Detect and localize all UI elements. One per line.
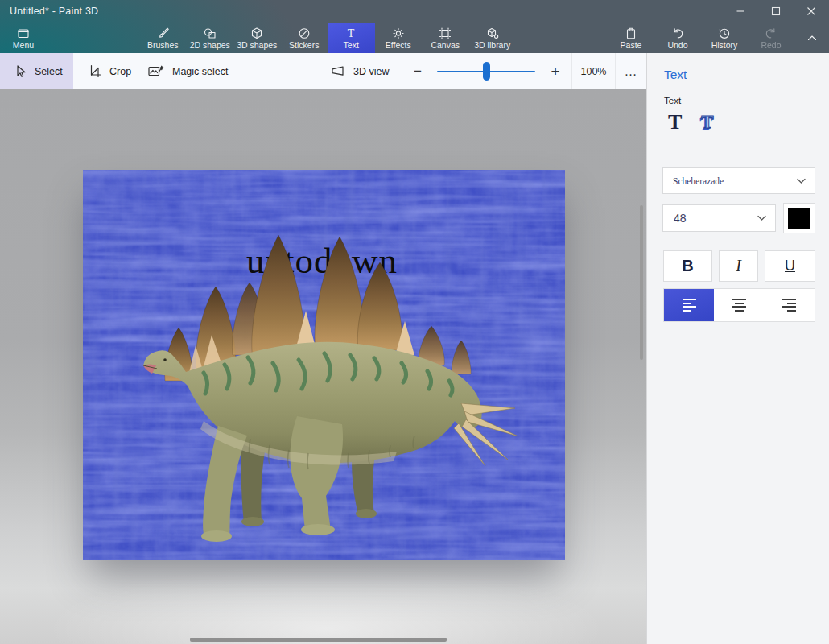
zoom-slider[interactable]	[437, 53, 535, 89]
canvas-frame-icon	[438, 27, 452, 40]
italic-button[interactable]: I	[719, 250, 758, 282]
align-center-button[interactable]	[714, 289, 764, 321]
align-left-icon	[683, 299, 696, 312]
select-tool-button[interactable]: Select	[0, 53, 73, 89]
tab-text[interactable]: T Text	[328, 23, 375, 53]
action-label: History	[711, 41, 738, 50]
minimize-button[interactable]	[723, 0, 758, 23]
alignment-buttons	[663, 288, 815, 322]
underline-button[interactable]: U	[765, 250, 815, 282]
title-bar: Untitled* - Paint 3D	[0, 0, 829, 23]
secondary-toolbar: Select Crop Magic select 3D view − + 100…	[0, 53, 646, 89]
sun-icon	[391, 27, 406, 40]
collapse-ribbon-button[interactable]	[798, 23, 826, 53]
close-button[interactable]	[794, 0, 829, 23]
crop-icon	[87, 64, 102, 79]
undo-arrow-icon	[670, 27, 685, 40]
main-toolbar: Menu Brushes 2D shapes 3D shapes	[0, 23, 829, 53]
app-header: Untitled* - Paint 3D Menu	[0, 0, 829, 53]
menu-button[interactable]: Menu	[0, 23, 47, 53]
select-tool-label: Select	[35, 66, 63, 77]
redo-button[interactable]: Redo	[748, 23, 794, 53]
tab-label: Stickers	[289, 41, 319, 50]
tab-2d-shapes[interactable]: 2D shapes	[187, 23, 234, 53]
clock-history-icon	[717, 27, 732, 40]
tab-stickers[interactable]: Stickers	[281, 23, 328, 53]
tab-3d-library[interactable]: 3D library	[469, 23, 517, 53]
font-size-value: 48	[674, 212, 687, 225]
chevron-up-icon	[806, 32, 819, 43]
magic-select-icon	[147, 64, 165, 79]
3d-view-label: 3D view	[353, 66, 389, 77]
panel-heading: Text	[664, 68, 687, 82]
brush-icon	[155, 27, 170, 40]
toolbar-actions: Paste Undo History Redo	[608, 23, 794, 53]
text-icon: T	[344, 27, 358, 40]
color-swatch-black	[788, 208, 810, 229]
chevron-down-icon	[797, 178, 806, 184]
chevron-down-icon	[757, 216, 766, 221]
3d-view-icon	[330, 64, 346, 79]
undo-button[interactable]: Undo	[654, 23, 701, 53]
align-right-icon	[782, 299, 796, 312]
cube-icon	[250, 27, 264, 40]
align-center-icon	[732, 299, 746, 312]
svg-text:T: T	[348, 27, 355, 39]
magic-select-button[interactable]: Magic select	[147, 53, 228, 89]
2d-text-button[interactable]: T	[668, 111, 682, 134]
close-icon	[806, 6, 816, 16]
maximize-button[interactable]	[758, 0, 794, 23]
action-label: Undo	[667, 41, 687, 50]
align-right-button[interactable]	[765, 289, 815, 321]
tab-label: Effects	[386, 41, 411, 50]
redo-arrow-icon	[764, 27, 778, 40]
cursor-icon	[13, 64, 27, 79]
maximize-icon	[771, 6, 781, 16]
folder-icon	[16, 27, 31, 40]
clipboard-icon	[624, 27, 638, 40]
zoom-slider-thumb[interactable]	[483, 62, 490, 80]
text-color-picker[interactable]	[783, 203, 815, 233]
tab-brushes[interactable]: Brushes	[139, 23, 187, 53]
sticker-icon	[297, 27, 311, 40]
3d-text-button[interactable]: T	[701, 111, 713, 134]
tab-label: 2D shapes	[190, 41, 230, 50]
toolbar-tabs: Brushes 2D shapes 3D shapes Stickers	[139, 23, 516, 53]
font-family-value: Scheherazade	[673, 176, 724, 186]
text-side-panel: Text Text T T Scheherazade 48 B I U	[646, 53, 829, 644]
work-area: uptodown	[0, 89, 646, 644]
font-size-dropdown[interactable]: 48	[662, 204, 776, 232]
horizontal-scrollbar[interactable]	[190, 638, 447, 642]
align-left-button[interactable]	[664, 289, 714, 321]
font-family-dropdown[interactable]: Scheherazade	[662, 167, 815, 194]
window-title: Untitled* - Paint 3D	[10, 0, 98, 23]
action-label: Redo	[761, 41, 781, 50]
crop-tool-button[interactable]: Crop	[87, 53, 131, 89]
history-button[interactable]: History	[701, 23, 748, 53]
tab-label: 3D library	[474, 41, 510, 50]
vertical-scrollbar[interactable]	[640, 205, 643, 360]
crop-tool-label: Crop	[109, 66, 131, 77]
drawing-canvas[interactable]: uptodown	[83, 170, 565, 560]
3d-view-button[interactable]: 3D view	[330, 53, 389, 89]
action-label: Paste	[621, 41, 642, 50]
shapes-2d-icon	[203, 27, 217, 40]
magic-select-label: Magic select	[172, 66, 228, 77]
cube-library-icon	[485, 27, 500, 40]
tab-3d-shapes[interactable]: 3D shapes	[233, 23, 281, 53]
tab-label: Text	[344, 41, 359, 50]
zoom-out-button[interactable]: −	[406, 53, 429, 89]
tab-label: Brushes	[147, 41, 179, 50]
bold-button[interactable]: B	[663, 250, 712, 282]
tab-label: 3D shapes	[237, 41, 277, 50]
tab-label: Canvas	[431, 41, 460, 50]
paste-button[interactable]: Paste	[608, 23, 654, 53]
zoom-level-value[interactable]: 100%	[571, 53, 616, 89]
text-section-label: Text	[664, 96, 681, 105]
tab-effects[interactable]: Effects	[375, 23, 423, 53]
menu-label: Menu	[13, 41, 34, 50]
tab-canvas[interactable]: Canvas	[422, 23, 469, 53]
more-options-button[interactable]: …	[616, 53, 646, 89]
floor-glow	[48, 564, 604, 644]
zoom-in-button[interactable]: +	[544, 53, 567, 89]
